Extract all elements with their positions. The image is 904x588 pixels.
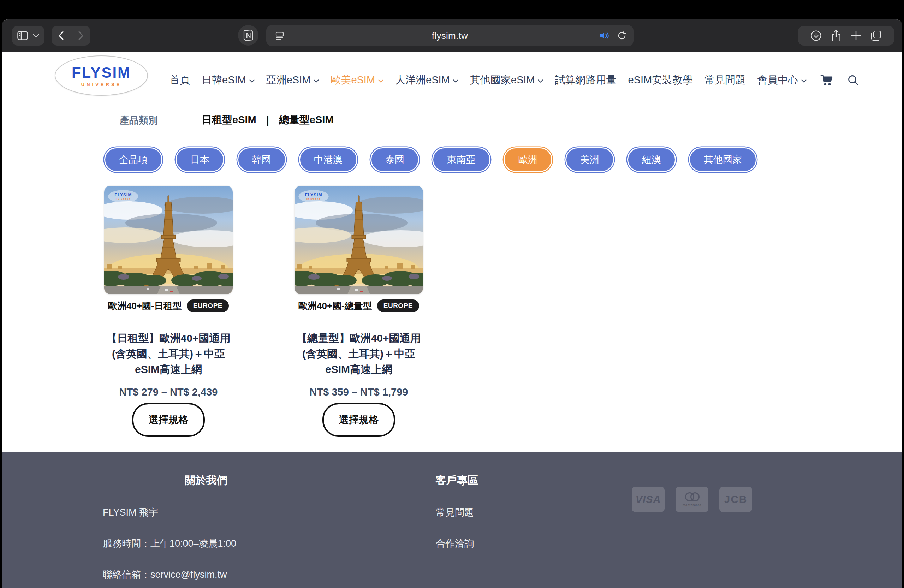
logo-subtitle: UNIVERSE	[81, 82, 122, 87]
filter-americas[interactable]: 美洲	[565, 147, 614, 172]
url-text: flysim.tw	[266, 30, 634, 41]
image-watermark-title: FLYSIM	[115, 193, 132, 198]
notion-icon	[242, 29, 254, 42]
select-spec-button[interactable]: 選擇規格	[322, 403, 395, 437]
product-price: NT$ 359 – NT$ 1,799	[294, 386, 423, 398]
payment-methods: VISA mastercard JCB	[632, 487, 752, 512]
footer-service-hours: 服務時間：上午10:00–凌晨1:00	[103, 537, 309, 550]
footer-about-heading: 關於我們	[103, 473, 309, 488]
footer-customer-heading: 客戶專區	[436, 473, 577, 488]
search-icon	[847, 74, 859, 86]
filter-japan[interactable]: 日本	[175, 147, 224, 172]
product-title[interactable]: 【日租型】歐洲40+國通用 (含英國、土耳其)＋中亞 eSIM高速上網	[104, 330, 233, 377]
screen: flysim.tw	[0, 0, 904, 588]
filter-other-countries[interactable]: 其他國家	[689, 147, 757, 172]
product-price: NT$ 279 – NT$ 2,439	[104, 386, 233, 398]
nav-item-other-countries-esim[interactable]: 其他國家eSIM	[470, 73, 544, 87]
mastercard-circles-icon	[682, 492, 702, 504]
browser-toolbar: flysim.tw	[2, 19, 902, 52]
filter-nz-au[interactable]: 紐澳	[627, 147, 676, 172]
product-image-eiffel-tower[interactable]: FLYSIM UNIVERSE	[104, 186, 233, 294]
logo-title: FLYSIM	[72, 64, 131, 81]
chevron-down-icon	[378, 79, 384, 83]
chevron-down-icon	[538, 79, 543, 83]
product-card: FLYSIM UNIVERSE 歐洲40+國-日租型 EUROPE 【日租型】歐…	[104, 186, 233, 437]
image-watermark-title: FLYSIM	[305, 193, 322, 198]
region-badge: EUROPE	[377, 299, 419, 312]
footer-contact-email: 聯絡信箱：service@flysim.tw	[103, 568, 309, 581]
chevron-down-icon	[249, 79, 254, 83]
back-button[interactable]	[58, 31, 64, 40]
filter-korea[interactable]: 韓國	[237, 147, 286, 172]
toolbar-divider	[71, 30, 71, 42]
site-logo[interactable]: FLYSIM UNIVERSE	[55, 55, 148, 96]
site-footer: 關於我們 FLYSIM 飛宇 服務時間：上午10:00–凌晨1:00 聯絡信箱：…	[2, 452, 902, 588]
tab-overview-button[interactable]	[871, 30, 882, 41]
chevron-down-icon	[314, 79, 319, 83]
region-filter-row: 全品項 日本 韓國 中港澳 泰國 東南亞 歐洲 美洲 紐澳 其他國家	[104, 147, 757, 172]
nav-item-asia-esim[interactable]: 亞洲eSIM	[266, 73, 319, 87]
footer-link-partnership[interactable]: 合作洽詢	[436, 537, 577, 550]
nav-item-europe-america-esim[interactable]: 歐美eSIM	[330, 73, 384, 87]
chevron-down-icon	[33, 34, 39, 38]
product-label-row: 歐洲40+國-總量型 EUROPE	[294, 299, 423, 312]
region-badge: EUROPE	[187, 299, 229, 312]
visa-logo: VISA	[632, 487, 665, 512]
nav-item-esim-tutorial[interactable]: eSIM安裝教學	[628, 73, 693, 87]
page-content: FLYSIM UNIVERSE 首頁 日韓eSIM 亞洲eSIM 歐美eSIM …	[2, 52, 902, 588]
chevron-down-icon	[453, 79, 458, 83]
category-type-total[interactable]: 總量型eSIM	[279, 113, 334, 127]
cart-icon	[820, 74, 834, 86]
toolbar-right-group	[798, 26, 894, 46]
filter-europe[interactable]: 歐洲	[504, 147, 552, 172]
browser-window: flysim.tw	[2, 19, 902, 588]
mastercard-logo: mastercard	[675, 487, 708, 512]
share-button[interactable]	[831, 30, 841, 42]
nav-item-oceania-esim[interactable]: 大洋洲eSIM	[395, 73, 458, 87]
audio-playing-icon[interactable]	[600, 32, 610, 40]
sidebar-button-group[interactable]	[12, 26, 44, 46]
footer-company-name: FLYSIM 飛宇	[103, 506, 309, 519]
product-card: FLYSIM UNIVERSE 歐洲40+國-總量型 EUROPE 【總量型】歐…	[294, 186, 423, 437]
product-title[interactable]: 【總量型】歐洲40+國通用 (含英國、土耳其)＋中亞 eSIM高速上網	[294, 330, 423, 377]
nav-item-faq[interactable]: 常見問題	[705, 73, 746, 87]
forward-button[interactable]	[78, 31, 84, 40]
nav-item-member-center[interactable]: 會員中心	[757, 73, 806, 87]
chevron-down-icon	[801, 79, 806, 83]
category-type-daily[interactable]: 日租型eSIM	[202, 113, 256, 127]
product-label-row: 歐洲40+國-日租型 EUROPE	[104, 299, 233, 312]
site-header: FLYSIM UNIVERSE 首頁 日韓eSIM 亞洲eSIM 歐美eSIM …	[2, 52, 902, 108]
image-watermark-sub: UNIVERSE	[306, 198, 321, 200]
address-bar[interactable]: flysim.tw	[266, 25, 634, 46]
footer-link-faq[interactable]: 常見問題	[436, 506, 577, 519]
downloads-button[interactable]	[811, 30, 822, 41]
filter-southeast-asia[interactable]: 東南亞	[432, 147, 490, 172]
history-nav-group	[52, 26, 90, 46]
nav-item-data-calculator[interactable]: 試算網路用量	[555, 73, 616, 87]
nav-item-home[interactable]: 首頁	[169, 73, 190, 87]
search-button[interactable]	[847, 74, 859, 86]
category-label: 產品類別	[120, 114, 158, 127]
category-bar: 產品類別 日租型eSIM | 總量型eSIM	[2, 111, 902, 129]
new-tab-button[interactable]	[851, 31, 861, 41]
notion-extension-button[interactable]	[238, 25, 259, 46]
main-nav: 首頁 日韓eSIM 亞洲eSIM 歐美eSIM 大洋洲eSIM 其他國家eSIM…	[169, 66, 849, 94]
filter-all[interactable]: 全品項	[104, 147, 163, 172]
product-label: 歐洲40+國-總量型	[299, 300, 372, 312]
product-image-eiffel-tower[interactable]: FLYSIM UNIVERSE	[294, 186, 423, 294]
footer-about-column: 關於我們 FLYSIM 飛宇 服務時間：上午10:00–凌晨1:00 聯絡信箱：…	[103, 473, 309, 581]
cart-button[interactable]	[820, 74, 834, 86]
sidebar-icon	[17, 31, 28, 40]
filter-china-hk-macau[interactable]: 中港澳	[299, 147, 357, 172]
category-divider: |	[266, 114, 269, 126]
reload-icon[interactable]	[617, 31, 626, 40]
nav-item-jp-kr-esim[interactable]: 日韓eSIM	[202, 73, 254, 87]
filter-thailand[interactable]: 泰國	[370, 147, 419, 172]
product-label: 歐洲40+國-日租型	[108, 300, 182, 312]
image-watermark-sub: UNIVERSE	[116, 198, 131, 200]
footer-customer-column: 客戶專區 常見問題 合作洽詢	[436, 473, 577, 550]
select-spec-button[interactable]: 選擇規格	[132, 403, 205, 437]
jcb-logo: JCB	[719, 487, 752, 512]
